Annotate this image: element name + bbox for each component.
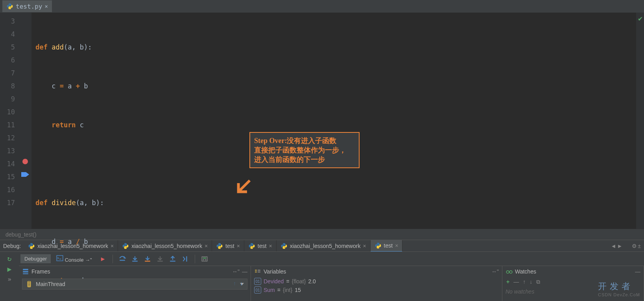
line-number: 6 <box>0 54 15 67</box>
variables-panel: Variables ↔" 01Devided = {float} 2.001Su… <box>251 266 502 301</box>
right-gutter: ✔ <box>636 13 644 229</box>
line-number: 9 <box>0 93 15 106</box>
annotation-line: Step Over:没有进入子函数 <box>254 136 355 145</box>
editor: 3 4 5 6 7 8 9 10 11 12 13 14 15 16 17 de… <box>0 13 644 229</box>
op: / <box>76 238 80 246</box>
variable-type: {float} <box>292 278 306 284</box>
svg-point-19 <box>506 271 509 273</box>
op: + <box>76 82 80 90</box>
variable-name: Sum <box>264 287 275 293</box>
fn-sig: (a, b): <box>76 199 104 207</box>
svg-rect-11 <box>23 269 28 270</box>
no-watches-text: No watches <box>502 287 644 296</box>
frame-next-icon[interactable]: ↓ <box>240 280 243 286</box>
variables-icon <box>254 268 261 275</box>
line-number: 12 <box>0 132 15 145</box>
close-icon[interactable]: × <box>44 3 48 9</box>
file-tab[interactable]: test.py × <box>2 0 52 12</box>
code-text: c <box>52 82 59 90</box>
line-number: 15 <box>0 171 15 184</box>
fn-name: add <box>52 43 64 51</box>
glasses-icon <box>506 268 513 275</box>
watches-title: Watches <box>515 268 633 275</box>
more-icon[interactable]: » <box>7 275 11 283</box>
variable-icon: 01 <box>254 278 261 285</box>
code-text: b <box>80 238 88 246</box>
remove-watch-icon[interactable]: — <box>513 279 519 285</box>
watch-up-icon[interactable]: ↑ <box>523 279 526 285</box>
watch-down-icon[interactable]: ↓ <box>530 279 532 285</box>
svg-rect-12 <box>23 271 28 272</box>
line-number: 11 <box>0 119 15 132</box>
variable-name: Devided <box>264 278 284 284</box>
resume-icon[interactable]: ▶ <box>7 265 12 273</box>
force-step-into-icon[interactable] <box>155 253 166 264</box>
annotation-callout: Step Over:没有进入子函数 直接把子函数整体作为一步， 进入当前函数的下… <box>249 132 360 168</box>
variable-value: 2.0 <box>308 278 316 284</box>
equals: = <box>286 278 289 284</box>
svg-rect-4 <box>157 261 163 261</box>
copy-watch-icon[interactable]: ⧉ <box>536 279 540 285</box>
svg-rect-18 <box>258 272 260 272</box>
execution-point-icon <box>21 172 29 177</box>
thread-name: MainThread <box>36 281 65 287</box>
variable-row[interactable]: 01Devided = {float} 2.0 <box>251 277 502 286</box>
editor-tabbar: test.py × <box>0 0 644 13</box>
op: = <box>60 238 64 246</box>
frames-panel: Frames ↔" — MainThread ↑ ↓ <box>19 266 251 301</box>
code-text: a <box>64 238 76 246</box>
kw-def: def <box>35 43 52 51</box>
frames-title: Frames <box>31 268 230 275</box>
line-number: 10 <box>0 106 15 119</box>
line-number: 5 <box>0 41 15 54</box>
restore-layout-icon[interactable]: ↔" <box>491 268 499 275</box>
debug-label: Debug: <box>0 243 24 249</box>
svg-rect-17 <box>258 270 260 271</box>
variables-title: Variables <box>264 268 489 275</box>
line-number: 17 <box>0 196 15 209</box>
code-area[interactable]: def add(a, b): c = a + b return c def di… <box>31 13 636 229</box>
watches-panel: Watches — + — ↑ ↓ ⧉ No watches <box>502 266 644 301</box>
hide-icon[interactable]: — <box>242 268 247 275</box>
op: = <box>60 82 64 90</box>
inspection-ok-icon[interactable]: ✔ <box>638 14 642 22</box>
svg-rect-13 <box>23 273 28 274</box>
code-text: d <box>52 238 59 246</box>
kw-def: def <box>35 199 52 207</box>
line-number: 14 <box>0 158 15 171</box>
rerun-icon[interactable]: ↻ <box>7 254 12 262</box>
annotation-arrow-icon <box>235 177 253 195</box>
thread-dropdown[interactable]: MainThread <box>22 279 247 290</box>
code-text: c <box>80 121 84 129</box>
python-file-icon <box>6 3 13 10</box>
minimize-icon[interactable]: ± <box>638 243 641 249</box>
line-number: 3 <box>0 15 15 28</box>
line-number: 7 <box>0 67 15 80</box>
variable-value: 15 <box>295 287 301 293</box>
add-watch-icon[interactable]: + <box>506 279 509 285</box>
line-number: 4 <box>0 28 15 41</box>
annotation-line: 进入当前函数的下一步 <box>254 155 355 164</box>
variable-row[interactable]: 01Sum = {int} 15 <box>251 286 502 294</box>
line-number: 8 <box>0 80 15 93</box>
restore-layout-icon[interactable]: ↔" <box>232 268 240 275</box>
line-number: 13 <box>0 145 15 158</box>
variable-type: {int} <box>283 287 292 293</box>
gutter-markers[interactable] <box>19 13 31 229</box>
frames-icon <box>22 268 29 275</box>
fn-sig: (a, b): <box>64 43 92 51</box>
breakpoint-icon[interactable] <box>22 159 28 164</box>
code-text: a <box>64 82 76 90</box>
annotation-line: 直接把子函数整体作为一步， <box>254 145 355 155</box>
frame-prev-icon[interactable]: ↑ <box>233 280 236 286</box>
kw-return: return <box>52 121 80 129</box>
hide-icon[interactable]: — <box>635 268 640 275</box>
svg-rect-15 <box>255 270 257 271</box>
equals: = <box>277 287 280 293</box>
debug-panels: Frames ↔" — MainThread ↑ ↓ <box>19 266 644 301</box>
file-tab-label: test.py <box>16 3 42 10</box>
line-number: 16 <box>0 184 15 196</box>
thread-icon <box>26 281 33 288</box>
svg-rect-16 <box>255 272 257 272</box>
line-number-gutter: 3 4 5 6 7 8 9 10 11 12 13 14 15 16 17 <box>0 13 19 229</box>
